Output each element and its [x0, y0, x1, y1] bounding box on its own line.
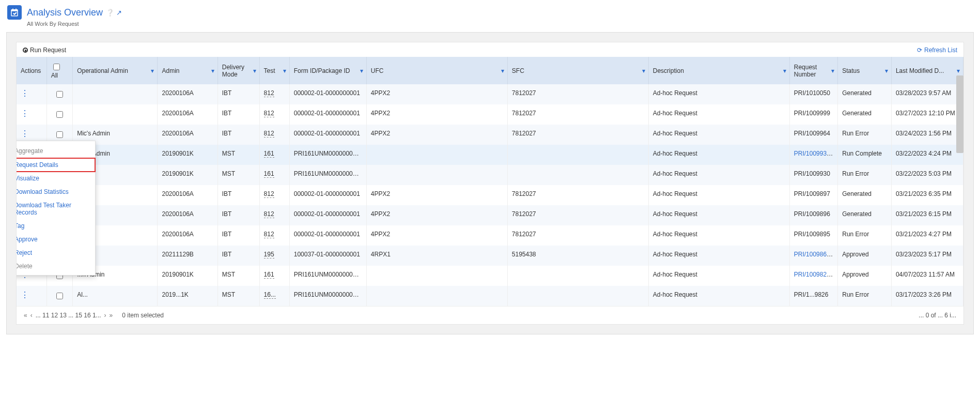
cell-admin: 20190901K: [158, 266, 217, 286]
menu-reject[interactable]: ✖Reject: [17, 246, 95, 259]
col-delmode[interactable]: Delivery Mode▾: [217, 57, 259, 84]
row-actions-button[interactable]: ⋮: [21, 109, 29, 118]
pager-next[interactable]: ›: [104, 312, 106, 319]
select-all-checkbox[interactable]: [53, 64, 60, 70]
filter-icon[interactable]: ▾: [831, 67, 834, 74]
scrollbar-thumb[interactable]: [956, 75, 963, 153]
table-row[interactable]: ⋮20200106AIBT812000002-01-00000000014PPX…: [17, 84, 963, 104]
test-link[interactable]: 161: [264, 150, 274, 158]
test-link[interactable]: 812: [264, 110, 274, 117]
request-number-link[interactable]: PRI/1009862↗: [794, 251, 835, 258]
table-row[interactable]: ⋮...dmin20211129BIBT195100037-01-0000000…: [17, 246, 963, 266]
cell-form: 100037-01-0000000001: [289, 246, 366, 266]
row-checkbox[interactable]: [56, 91, 63, 98]
test-link[interactable]: 812: [264, 210, 274, 218]
col-lastmod[interactable]: Last Modified D...▾: [891, 57, 963, 84]
table-row[interactable]: ⋮20200106AIBT812000002-01-00000000014PPX…: [17, 205, 963, 225]
help-icon[interactable]: ❔: [106, 9, 114, 17]
col-test[interactable]: Test▾: [259, 57, 289, 84]
pager-page[interactable]: 1...: [92, 312, 101, 319]
pager-page[interactable]: 15: [75, 312, 82, 319]
filter-icon[interactable]: ▾: [360, 67, 363, 74]
filter-icon[interactable]: ▾: [151, 67, 154, 74]
filter-icon[interactable]: ▾: [253, 67, 256, 74]
table-row[interactable]: ⋮Al...2019...1KMST16...PRI161UNM00000000…: [17, 286, 963, 306]
menu-download-records[interactable]: ⬇Download Test Taker Records: [17, 198, 95, 219]
row-actions-button[interactable]: ⋮: [21, 89, 29, 98]
cell-desc: Ad-hoc Request: [648, 165, 789, 185]
request-number-link[interactable]: PRI/1009931↗: [794, 150, 835, 157]
filter-icon[interactable]: ▾: [211, 67, 214, 74]
test-link[interactable]: 195: [264, 251, 274, 258]
row-checkbox[interactable]: [56, 131, 63, 138]
col-ufc[interactable]: UFC▾: [366, 57, 507, 84]
row-actions-button[interactable]: ⋮: [21, 291, 29, 299]
pager-page[interactable]: 16: [84, 312, 90, 319]
menu-delete[interactable]: 🗑Delete: [17, 259, 95, 273]
filter-icon[interactable]: ▾: [957, 67, 960, 74]
cell-reqnum: PRI/1009862↗: [789, 246, 838, 266]
table-row[interactable]: ⋮Mic's Admin20190901KMST161PRI161UNM0000…: [17, 145, 963, 165]
table-row[interactable]: ⋮...n Admin20190901KMST161PRI161UNM00000…: [17, 266, 963, 286]
col-admin[interactable]: Admin▾: [158, 57, 217, 84]
run-request-button[interactable]: Run Request: [23, 47, 66, 54]
cell-admin: 20190901K: [158, 165, 217, 185]
test-link[interactable]: 161: [264, 271, 274, 279]
pager-page[interactable]: 11: [42, 312, 49, 319]
menu-approve[interactable]: ✔Approve: [17, 233, 95, 246]
filter-icon[interactable]: ▾: [501, 67, 504, 74]
pager-page[interactable]: ...: [36, 312, 41, 319]
test-link[interactable]: 812: [264, 190, 274, 198]
filter-icon[interactable]: ▾: [283, 67, 286, 74]
menu-download-statistics[interactable]: ⬇Download Statistics: [17, 185, 95, 198]
test-link[interactable]: 161: [264, 170, 274, 178]
col-form[interactable]: Form ID/Package ID▾: [289, 57, 366, 84]
pager-page[interactable]: 12: [51, 312, 58, 319]
request-number-link[interactable]: PRI/1009827↗: [794, 271, 835, 278]
menu-visualize[interactable]: 📈Visualize: [17, 172, 95, 185]
table-row[interactable]: ⋮...dmin20190901KMST161PRI161UNM00000000…: [17, 165, 963, 185]
cell-actions: ⋮: [17, 84, 46, 104]
col-desc[interactable]: Description▾: [648, 57, 789, 84]
col-status[interactable]: Status▾: [838, 57, 892, 84]
col-reqnum[interactable]: Request Number▾: [789, 57, 838, 84]
pager-last[interactable]: »: [110, 312, 113, 319]
test-link[interactable]: 812: [264, 89, 274, 97]
filter-icon[interactable]: ▾: [885, 67, 888, 74]
col-sfc[interactable]: SFC▾: [507, 57, 648, 84]
table-row[interactable]: ⋮20200106AIBT812000002-01-00000000014PPX…: [17, 225, 963, 246]
cell-delmode: MST: [217, 165, 259, 185]
menu-aggregate[interactable]: ⒶAggregate: [17, 143, 95, 158]
pager-prev[interactable]: ‹: [30, 312, 33, 319]
test-link[interactable]: 812: [264, 130, 274, 138]
popout-icon[interactable]: ↗: [116, 9, 122, 17]
menu-request-details[interactable]: 👁Request Details: [17, 158, 95, 172]
test-link[interactable]: 812: [264, 231, 274, 238]
cell-desc: Ad-hoc Request: [648, 145, 789, 165]
table-row[interactable]: ⋮Mic's Admin20200106AIBT812000002-01-000…: [17, 125, 963, 145]
table-row[interactable]: ⋮20200106AIBT812000002-01-00000000014PPX…: [17, 185, 963, 205]
filter-icon[interactable]: ▾: [642, 67, 645, 74]
pager: « ‹ ... 11 12 13 ... 15 16 1... › »: [24, 312, 113, 319]
col-opadmin[interactable]: Operational Admin▾: [73, 57, 158, 84]
row-checkbox[interactable]: [56, 111, 63, 118]
pager-first[interactable]: «: [24, 312, 27, 319]
row-checkbox[interactable]: [56, 293, 63, 299]
test-link[interactable]: 16...: [264, 291, 276, 299]
filter-icon[interactable]: ▾: [783, 67, 786, 74]
menu-tag[interactable]: 🏷Tag: [17, 219, 95, 233]
cell-sfc: [507, 266, 648, 286]
cell-form: 000002-01-0000000001: [289, 104, 366, 125]
table-row[interactable]: ⋮20200106AIBT812000002-01-00000000014PPX…: [17, 104, 963, 125]
cell-reqnum: PRI/1009896: [789, 205, 838, 225]
refresh-list-button[interactable]: ⟳ Refresh List: [917, 47, 957, 54]
cell-delmode: MST: [217, 145, 259, 165]
row-actions-button[interactable]: ⋮: [21, 129, 29, 138]
cell-sfc: 7812027: [507, 104, 648, 125]
cell-lastmod: 03/22/2023 4:24 PM: [891, 145, 963, 165]
pager-page[interactable]: ...: [68, 312, 73, 319]
pager-page[interactable]: 13: [59, 312, 66, 319]
cell-admin: 20200106A: [158, 104, 217, 125]
col-all[interactable]: All: [46, 57, 73, 84]
cell-status: Generated: [838, 205, 892, 225]
